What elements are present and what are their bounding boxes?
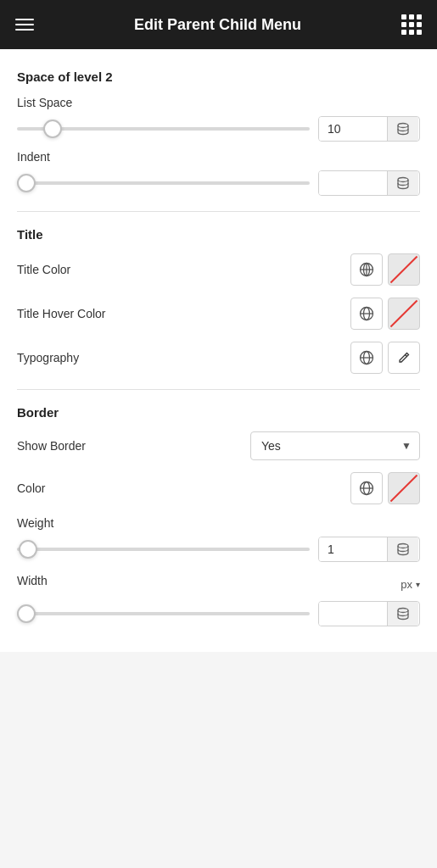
indent-label: Indent <box>17 150 420 164</box>
show-border-dropdown-wrapper: Yes No ▼ <box>250 431 420 460</box>
border-color-globe-button[interactable] <box>350 472 383 504</box>
list-space-group: List Space <box>17 96 420 142</box>
weight-slider-row <box>17 537 420 562</box>
list-space-input[interactable] <box>319 117 387 141</box>
title-hover-color-globe-button[interactable] <box>350 298 383 330</box>
globe-icon <box>359 306 374 321</box>
width-slider-row <box>17 601 420 626</box>
section-title-title: Title <box>17 227 420 242</box>
title-hover-color-controls <box>350 298 420 330</box>
width-label: Width <box>17 574 48 587</box>
db-icon <box>396 607 410 620</box>
width-input[interactable] <box>319 602 387 626</box>
slash-icon <box>390 475 418 503</box>
title-color-label: Title Color <box>17 263 70 276</box>
svg-line-12 <box>406 355 407 357</box>
globe-icon <box>359 262 374 277</box>
typography-controls <box>350 342 420 374</box>
page-title: Edit Parent Child Menu <box>134 16 301 34</box>
show-border-row: Show Border Yes No ▼ <box>17 431 420 460</box>
grid-icon[interactable] <box>401 14 422 35</box>
typography-edit-button[interactable] <box>388 342 420 374</box>
weight-label: Weight <box>17 516 420 530</box>
typography-label: Typography <box>17 351 79 364</box>
weight-input-group <box>318 537 420 562</box>
title-hover-color-label: Title Hover Color <box>17 307 106 320</box>
pencil-icon <box>397 351 411 364</box>
weight-slider-track[interactable] <box>17 548 310 551</box>
typography-globe-button[interactable] <box>350 342 383 374</box>
globe-icon <box>359 481 374 496</box>
width-header-row: Width px ▾ <box>17 574 420 594</box>
list-space-slider-track[interactable] <box>17 127 310 131</box>
width-unit-text: px <box>401 578 412 591</box>
divider-2 <box>17 389 420 390</box>
slash-icon <box>390 256 418 284</box>
width-group: Width px ▾ <box>17 574 420 626</box>
title-color-controls <box>350 253 420 286</box>
show-border-label: Show Border <box>17 439 86 453</box>
svg-point-1 <box>398 178 408 182</box>
title-hover-color-row: Title Hover Color <box>17 298 420 330</box>
indent-input[interactable] <box>319 171 387 195</box>
list-space-db-button[interactable] <box>387 117 418 141</box>
title-hover-color-picker-button[interactable] <box>388 298 420 330</box>
weight-input[interactable] <box>319 537 387 561</box>
border-color-row: Color <box>17 472 420 504</box>
section-border-title: Border <box>17 405 420 420</box>
width-db-button[interactable] <box>387 602 418 626</box>
typography-row: Typography <box>17 342 420 374</box>
indent-slider-track[interactable] <box>17 181 310 185</box>
width-slider-thumb[interactable] <box>17 604 36 623</box>
indent-input-group <box>318 170 420 196</box>
list-space-slider-row <box>17 116 420 142</box>
indent-group: Indent <box>17 150 420 196</box>
width-unit-label: px ▾ <box>401 578 420 591</box>
globe-icon <box>359 350 374 365</box>
slash-icon <box>390 300 418 328</box>
weight-group: Weight <box>17 516 420 562</box>
border-color-controls <box>350 472 420 504</box>
title-color-picker-button[interactable] <box>388 253 420 286</box>
indent-db-button[interactable] <box>387 171 418 195</box>
section-space-title: Space of level 2 <box>17 70 420 84</box>
db-icon <box>396 542 410 556</box>
weight-db-button[interactable] <box>387 537 418 561</box>
hamburger-icon[interactable] <box>15 19 34 31</box>
list-space-input-group <box>318 116 420 142</box>
show-border-select[interactable]: Yes No <box>250 431 420 460</box>
svg-point-17 <box>398 609 408 613</box>
indent-slider-thumb[interactable] <box>17 174 36 192</box>
app-header: Edit Parent Child Menu <box>0 0 437 49</box>
width-input-group <box>318 601 420 626</box>
width-unit-caret[interactable]: ▾ <box>416 580 420 589</box>
list-space-label: List Space <box>17 96 420 109</box>
list-space-slider-thumb[interactable] <box>43 120 62 138</box>
db-icon <box>396 122 410 136</box>
divider-1 <box>17 211 420 212</box>
width-slider-track[interactable] <box>17 612 310 615</box>
indent-slider-row <box>17 170 420 196</box>
svg-point-0 <box>398 124 408 128</box>
border-color-label: Color <box>17 481 45 495</box>
weight-slider-thumb[interactable] <box>19 540 37 559</box>
title-color-globe-button[interactable] <box>350 253 383 286</box>
title-color-row: Title Color <box>17 253 420 286</box>
main-content: Space of level 2 List Space Indent <box>0 49 437 652</box>
db-icon <box>396 176 410 190</box>
svg-point-16 <box>398 544 408 548</box>
border-color-picker-button[interactable] <box>388 472 420 504</box>
